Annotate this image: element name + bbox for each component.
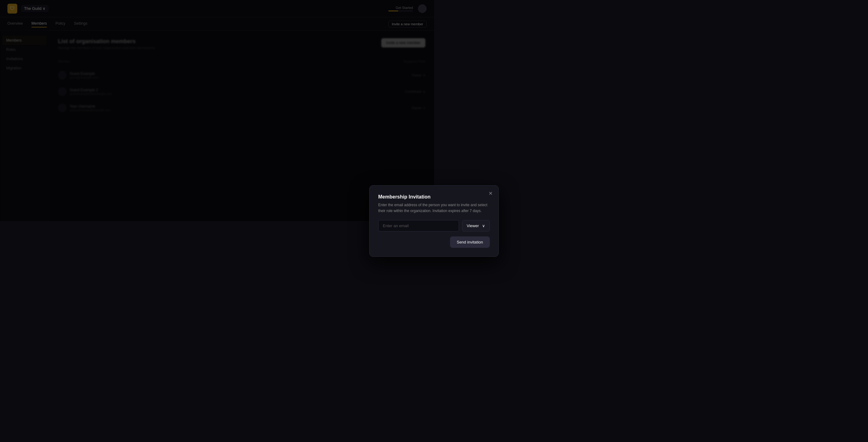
modal-input-row: Viewer ∨ (378, 220, 434, 221)
membership-invitation-modal: ✕ Membership Invitation Enter the email … (369, 185, 434, 221)
email-input[interactable] (378, 220, 434, 221)
modal-title: Membership Invitation (378, 194, 434, 200)
modal-description: Enter the email address of the person yo… (378, 202, 434, 214)
modal-wrapper: ✕ Membership Invitation Enter the email … (0, 0, 434, 221)
